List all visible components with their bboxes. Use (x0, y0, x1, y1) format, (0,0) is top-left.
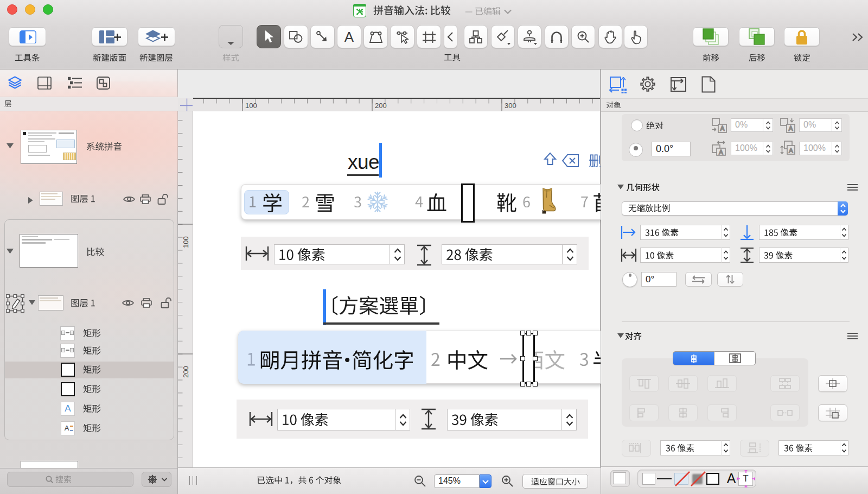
svg-text:A: A (788, 125, 793, 132)
svg-text:A: A (789, 147, 793, 154)
svg-text:A: A (719, 149, 723, 155)
svg-text:A: A (720, 125, 724, 132)
